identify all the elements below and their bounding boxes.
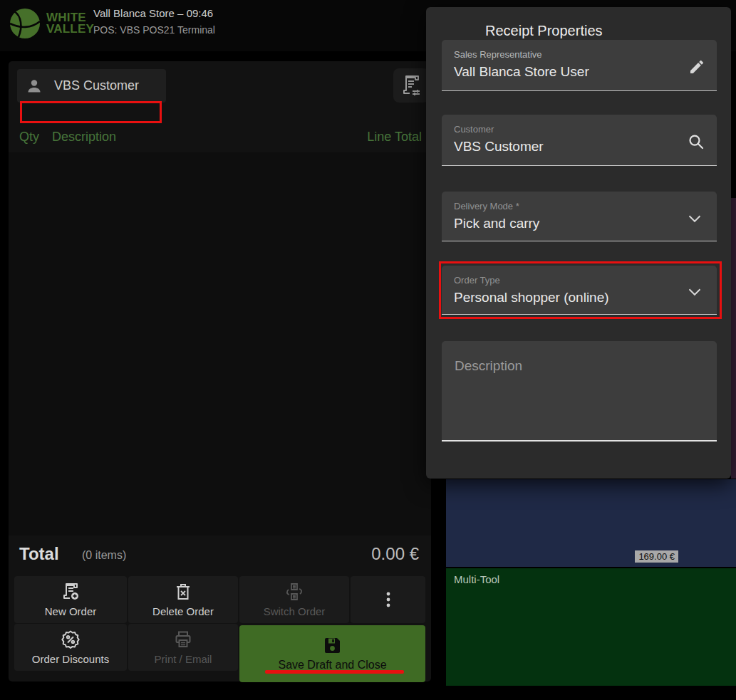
trash-x-icon — [174, 582, 192, 602]
description-input[interactable] — [442, 341, 717, 442]
switch-order-label: Switch Order — [264, 605, 326, 617]
receipt-settings-icon — [400, 73, 423, 98]
customer-field-label: Customer — [454, 124, 677, 135]
order-type-select[interactable]: Order Type Personal shopper (online) — [442, 266, 717, 315]
delete-order-label: Delete Order — [152, 605, 214, 617]
customer-field-value: VBS Customer — [454, 139, 677, 155]
new-order-button[interactable]: New Order — [14, 576, 127, 623]
printer-icon — [173, 630, 193, 649]
items-count: (0 items) — [82, 549, 126, 562]
sales-representative-label: Sales Representative — [454, 49, 677, 60]
new-order-label: New Order — [45, 605, 97, 617]
discount-badge-icon — [61, 630, 81, 649]
order-type-label: Order Type — [454, 275, 677, 286]
save-draft-and-close-label: Save Draft and Close — [278, 659, 386, 672]
total-label: Total — [19, 544, 59, 564]
total-value: 0.00 € — [371, 544, 419, 564]
app-logo: WHITE VALLEY — [9, 7, 94, 40]
switch-order-button: Switch Order — [239, 576, 349, 623]
save-draft-and-close-button[interactable]: Save Draft and Close — [239, 625, 425, 682]
sales-representative-field[interactable]: Sales Representative Vall Blanca Store U… — [442, 40, 717, 91]
store-title: Vall Blanca Store – 09:46 — [93, 7, 215, 19]
price-tag: 169.00 € — [635, 550, 678, 563]
order-discounts-button[interactable]: Order Discounts — [14, 624, 127, 671]
sales-representative-value: Vall Blanca Store User — [454, 64, 677, 80]
search-icon[interactable] — [687, 132, 705, 151]
column-qty: Qty — [19, 130, 39, 145]
pencil-icon[interactable] — [688, 58, 705, 75]
total-row: Total (0 items) 0.00 € — [9, 537, 431, 575]
print-email-button: Print / Email — [128, 624, 238, 671]
product-tile-partial — [731, 198, 736, 479]
product-tile-navy[interactable]: 169.00 € — [446, 479, 736, 567]
column-description: Description — [52, 130, 116, 145]
white-valley-logo-icon — [9, 7, 41, 40]
floppy-disk-icon — [323, 636, 342, 655]
customer-button[interactable]: VBS Customer — [17, 69, 166, 103]
delivery-mode-label: Delivery Mode * — [454, 201, 677, 211]
delivery-mode-select[interactable]: Delivery Mode * Pick and carry — [442, 192, 717, 241]
more-actions-button[interactable] — [351, 576, 425, 623]
chevron-down-icon[interactable] — [684, 207, 705, 229]
pos-terminal-label: POS: VBS POS21 Terminal — [93, 24, 215, 36]
delivery-mode-value: Pick and carry — [454, 216, 677, 231]
customer-button-label: VBS Customer — [54, 78, 139, 93]
receipt-properties-dialog: Receipt Properties Sales Representative … — [426, 7, 731, 479]
customer-field[interactable]: Customer VBS Customer — [442, 115, 717, 166]
product-tile-label: Multi-Tool — [454, 573, 499, 585]
receipt-properties-button[interactable] — [393, 68, 429, 103]
switch-receipts-icon — [284, 582, 304, 602]
person-icon — [26, 78, 43, 95]
order-columns-header: Qty Description Line Total — [9, 130, 431, 150]
dialog-title: Receipt Properties — [485, 23, 603, 39]
print-email-label: Print / Email — [155, 653, 212, 665]
column-line-total: Line Total — [367, 130, 422, 145]
receipt-plus-icon — [61, 582, 81, 602]
annotation-box-customer-area — [20, 101, 162, 123]
logo-wordmark: WHITE VALLEY — [46, 12, 94, 35]
delete-order-button[interactable]: Delete Order — [128, 576, 238, 623]
order-panel: VBS Customer Qty Description Line Total … — [9, 61, 431, 681]
order-discounts-label: Order Discounts — [32, 653, 109, 665]
order-lines-list — [9, 152, 431, 536]
chevron-down-icon[interactable] — [684, 281, 705, 302]
more-dots-icon — [380, 590, 397, 609]
product-tile-multi-tool[interactable]: Multi-Tool — [446, 568, 736, 686]
order-type-value: Personal shopper (online) — [454, 290, 677, 305]
